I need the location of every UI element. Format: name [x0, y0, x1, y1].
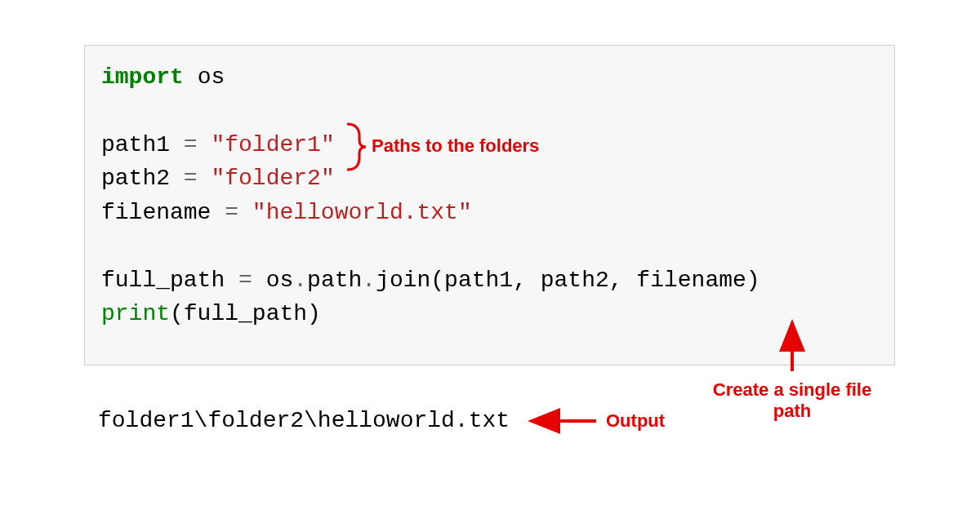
- var-path1: path1: [101, 132, 184, 157]
- var-path2: path2: [101, 166, 184, 191]
- string-folder1: "folder1": [211, 132, 334, 157]
- keyword-import: import: [101, 64, 184, 90]
- string-folder2: "folder2": [211, 166, 334, 191]
- code-block: import os path1 = "folder1" path2 = "fol…: [84, 45, 895, 366]
- annotation-output: Output: [606, 410, 665, 432]
- code-content: import os path1 = "folder1" path2 = "fol…: [101, 60, 878, 331]
- module-os: os: [184, 64, 225, 90]
- output-text: folder1\folder2\helloworld.txt: [98, 408, 510, 433]
- annotation-create: Create a single file path: [702, 379, 882, 423]
- annotation-paths: Paths to the folders: [372, 135, 539, 157]
- var-fullpath: full_path: [101, 268, 238, 293]
- fn-print: print: [101, 301, 170, 326]
- var-filename: filename: [101, 200, 225, 225]
- string-helloworld: "helloworld.txt": [252, 200, 472, 225]
